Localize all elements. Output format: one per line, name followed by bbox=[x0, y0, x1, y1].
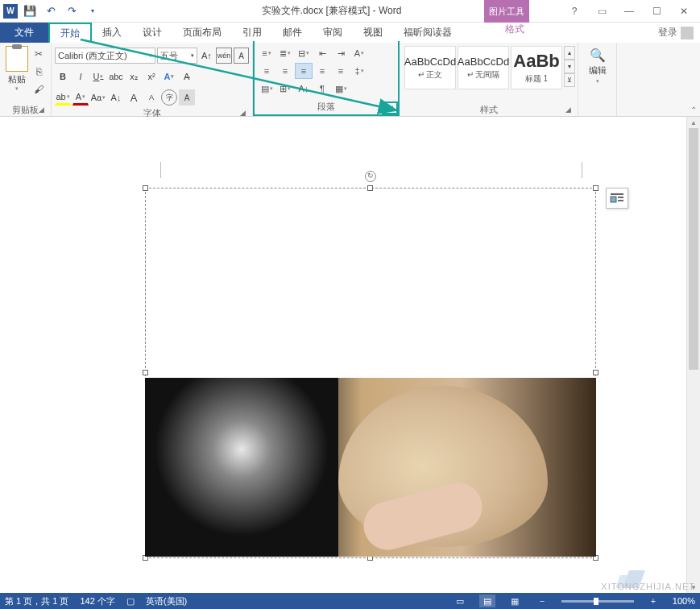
gallery-down-icon[interactable]: ▾ bbox=[564, 60, 575, 73]
format-painter-icon[interactable]: 🖌 bbox=[31, 83, 46, 96]
rotate-handle-icon[interactable] bbox=[365, 171, 376, 182]
tab-page-layout[interactable]: 页面布局 bbox=[172, 23, 232, 43]
paragraph-launcher-icon[interactable]: ◢ bbox=[382, 102, 398, 114]
copy-icon[interactable]: ⎘ bbox=[31, 65, 46, 78]
bold-button[interactable]: B bbox=[55, 68, 71, 85]
style-no-spacing[interactable]: AaBbCcDd ↵无间隔 bbox=[458, 46, 509, 89]
qat-redo-icon[interactable]: ↷ bbox=[63, 2, 81, 20]
margin-marker bbox=[582, 162, 598, 178]
view-web-layout-icon[interactable]: ▦ bbox=[507, 594, 523, 607]
align-right-icon[interactable]: ≡ bbox=[295, 63, 313, 79]
ribbon-display-icon[interactable]: ▭ bbox=[590, 3, 613, 19]
subscript-button[interactable]: x₂ bbox=[126, 68, 142, 85]
shrink-font-icon[interactable]: A↓ bbox=[108, 89, 124, 106]
layout-options-button[interactable] bbox=[606, 188, 628, 209]
resize-handle[interactable] bbox=[367, 185, 373, 191]
help-icon[interactable]: ? bbox=[563, 3, 586, 19]
watermark-text: XITONGZHIJIA.NET bbox=[601, 582, 695, 591]
tab-foxit-reader[interactable]: 福昕阅读器 bbox=[393, 23, 462, 43]
tab-format[interactable]: 格式 bbox=[495, 23, 535, 36]
style-normal[interactable]: AaBbCcDd ↵正文 bbox=[404, 46, 456, 89]
numbering-icon[interactable]: ≣ bbox=[276, 45, 294, 61]
paste-button[interactable]: 粘贴 ▾ bbox=[3, 44, 30, 103]
styles-launcher-icon[interactable]: ◢ bbox=[563, 106, 573, 115]
status-page[interactable]: 第 1 页，共 1 页 bbox=[5, 595, 68, 607]
shading-icon[interactable]: ▤ bbox=[258, 81, 275, 97]
view-print-layout-icon[interactable]: ▤ bbox=[479, 594, 495, 607]
italic-button[interactable]: I bbox=[72, 68, 89, 85]
resize-handle[interactable] bbox=[143, 185, 148, 191]
clear-formatting-icon[interactable]: A̶ bbox=[179, 68, 195, 85]
increase-indent-icon[interactable]: ⇥ bbox=[332, 45, 350, 61]
resize-handle[interactable] bbox=[143, 370, 148, 375]
zoom-in-icon[interactable]: + bbox=[645, 594, 661, 607]
strikethrough-button[interactable]: abc bbox=[108, 68, 124, 85]
phonetic-guide-icon[interactable]: wén bbox=[216, 48, 232, 64]
tab-mailings[interactable]: 邮件 bbox=[272, 23, 313, 43]
qat-customize-icon[interactable]: ▾ bbox=[84, 2, 101, 20]
distributed-icon[interactable]: ≡ bbox=[332, 63, 350, 79]
style-heading-1[interactable]: AaBb 标题 1 bbox=[511, 46, 562, 89]
tab-design[interactable]: 设计 bbox=[132, 23, 172, 43]
zoom-out-icon[interactable]: − bbox=[534, 594, 550, 607]
collapse-ribbon-icon[interactable]: ⌃ bbox=[690, 106, 697, 114]
change-case-icon[interactable]: Aa bbox=[90, 89, 106, 106]
sign-in[interactable]: 登录 bbox=[652, 23, 700, 43]
resize-handle[interactable] bbox=[593, 185, 599, 191]
minimize-icon[interactable]: — bbox=[618, 3, 640, 19]
bullets-icon[interactable]: ≡ bbox=[258, 45, 275, 61]
character-border-icon[interactable]: A bbox=[234, 48, 249, 64]
underline-button[interactable]: U bbox=[90, 68, 106, 85]
zoom-level[interactable]: 100% bbox=[673, 596, 695, 606]
sign-in-label: 登录 bbox=[658, 26, 677, 39]
qat-undo-icon[interactable]: ↶ bbox=[42, 2, 60, 20]
tab-view[interactable]: 视图 bbox=[353, 23, 393, 43]
clipboard-launcher-icon[interactable]: ◢ bbox=[36, 106, 46, 115]
status-spellcheck-icon[interactable]: ▢ bbox=[126, 596, 135, 607]
enclose-char-icon[interactable]: 字 bbox=[161, 89, 177, 106]
resize-handle[interactable] bbox=[593, 370, 599, 375]
maximize-icon[interactable]: ☐ bbox=[645, 3, 668, 19]
show-marks-icon[interactable]: ¶ bbox=[313, 81, 331, 97]
superscript-button[interactable]: x² bbox=[143, 68, 159, 85]
grow-font-icon[interactable]: A↑ bbox=[199, 48, 214, 64]
enlarge-a-icon[interactable]: A bbox=[126, 89, 142, 106]
sort-icon[interactable]: A↓ bbox=[295, 81, 313, 97]
close-icon[interactable]: ✕ bbox=[673, 3, 695, 19]
align-left-icon[interactable]: ≡ bbox=[258, 63, 275, 79]
text-effects-icon[interactable]: A bbox=[161, 68, 177, 85]
font-size-select[interactable]: 五号▾ bbox=[157, 48, 197, 64]
highlight-icon[interactable]: ab bbox=[55, 89, 71, 106]
tab-file[interactable]: 文件 bbox=[0, 23, 48, 43]
vertical-scrollbar[interactable]: ▲ ▼ bbox=[686, 117, 700, 593]
status-word-count[interactable]: 142 个字 bbox=[80, 595, 114, 607]
view-read-mode-icon[interactable]: ▭ bbox=[452, 594, 468, 607]
avatar-icon bbox=[681, 27, 694, 39]
status-language[interactable]: 英语(美国) bbox=[146, 595, 187, 607]
borders-icon[interactable]: ⊞ bbox=[276, 81, 294, 97]
tab-home[interactable]: 开始 bbox=[48, 23, 92, 43]
multilevel-list-icon[interactable]: ⊟ bbox=[295, 45, 313, 61]
font-name-select[interactable]: Calibri (西文正文)▾ bbox=[55, 48, 155, 64]
gallery-up-icon[interactable]: ▴ bbox=[564, 46, 575, 60]
cut-icon[interactable]: ✂ bbox=[31, 48, 46, 60]
gallery-more-icon[interactable]: ⊻ bbox=[564, 73, 575, 87]
asian-layout-icon[interactable]: A bbox=[350, 45, 368, 61]
embedded-image[interactable] bbox=[145, 378, 596, 557]
justify-icon[interactable]: ≡ bbox=[313, 63, 331, 79]
line-spacing-icon[interactable]: ‡ bbox=[350, 63, 368, 79]
tab-insert[interactable]: 插入 bbox=[92, 23, 132, 43]
scrollbar-thumb[interactable] bbox=[689, 128, 698, 370]
shrink-a-icon[interactable]: A bbox=[143, 89, 159, 106]
align-center-icon[interactable]: ≡ bbox=[276, 63, 294, 79]
tab-review[interactable]: 审阅 bbox=[313, 23, 353, 43]
tab-references[interactable]: 引用 bbox=[232, 23, 272, 43]
snap-to-grid-icon[interactable]: ▦ bbox=[332, 81, 350, 97]
qat-save-icon[interactable]: 💾 bbox=[21, 2, 39, 20]
scroll-up-icon[interactable]: ▲ bbox=[687, 117, 700, 128]
decrease-indent-icon[interactable]: ⇤ bbox=[313, 45, 331, 61]
font-color-icon[interactable]: A bbox=[72, 89, 89, 106]
zoom-slider[interactable] bbox=[561, 600, 634, 603]
editing-button[interactable]: 🔍 编辑 ▾ bbox=[582, 44, 613, 116]
char-shading-icon[interactable]: A bbox=[179, 89, 195, 106]
